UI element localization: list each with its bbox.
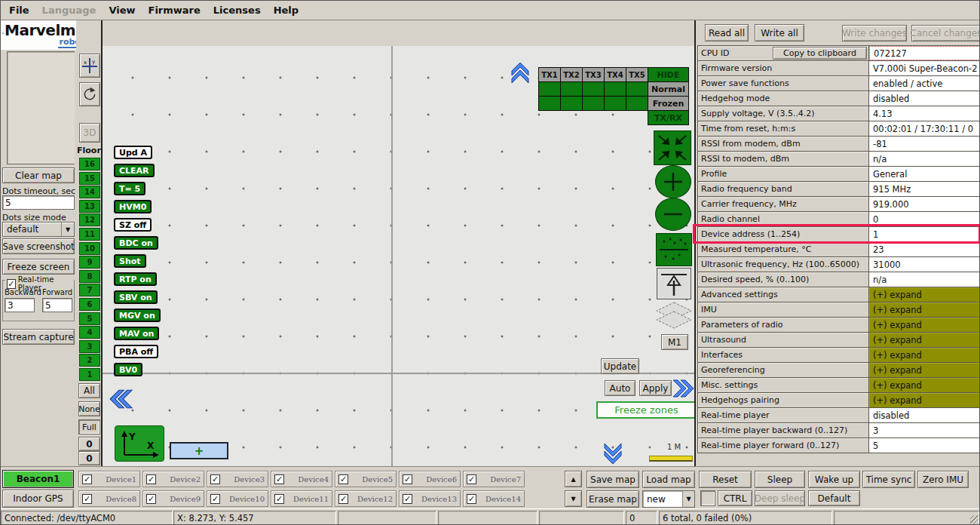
map-mode-button-bdc-on[interactable]: BDC on [114, 236, 158, 250]
device-checkbox-device10[interactable]: ✓ [210, 494, 220, 504]
stream-capture-button[interactable]: Stream capture [2, 329, 75, 345]
save-screenshot-button[interactable]: Save screenshot [2, 238, 75, 254]
param-value[interactable]: disabled [869, 91, 980, 106]
upload-position-button[interactable] [657, 268, 691, 299]
expand-toggle[interactable]: (+) expand [869, 348, 980, 362]
tx-cell-r1-c5[interactable] [626, 81, 648, 97]
tx-cell-r2-c2[interactable] [560, 96, 583, 111]
floor-button-14[interactable]: 14 [79, 186, 100, 198]
tx-cell-r1-c4[interactable] [604, 81, 626, 97]
device-cell-device8[interactable]: ✓Device8 [78, 490, 140, 507]
device-checkbox-device6[interactable]: ✓ [403, 474, 412, 484]
backward-input[interactable]: 3 [5, 298, 35, 312]
menu-item-firmware[interactable]: Firmware [147, 3, 202, 17]
floor-button-13[interactable]: 13 [79, 200, 100, 213]
erase-map-button[interactable]: Erase map [586, 490, 639, 508]
tx-header-tx2[interactable]: TX2 [560, 67, 583, 82]
device-cell-device1[interactable]: ✓Device1 [78, 471, 140, 487]
device-checkbox-device11[interactable]: ✓ [274, 494, 284, 504]
floors-all-button[interactable]: All [78, 383, 100, 398]
param-value[interactable]: General [869, 167, 980, 181]
tx-header-tx4[interactable]: TX4 [604, 67, 626, 82]
tx-header-tx3[interactable]: TX3 [582, 67, 605, 82]
tx-header-tx1[interactable]: TX1 [538, 67, 561, 82]
dots-display-button[interactable] [656, 233, 692, 266]
tx-txrx-button[interactable]: TX/RX [648, 110, 689, 125]
param-value-cpu-id[interactable]: 072127 [869, 46, 980, 60]
expand-toggle[interactable]: (+) expand [869, 333, 980, 347]
map-mode-button-mav-on[interactable]: MAV on [114, 327, 159, 340]
device-checkbox-device7[interactable]: ✓ [467, 474, 476, 484]
map-mode-button-bv0[interactable]: BV0 [114, 363, 142, 376]
tx-header-tx5[interactable]: TX5 [626, 67, 648, 82]
device-cell-device14[interactable]: ✓Device14 [463, 490, 525, 507]
expand-toggle[interactable]: (+) expand [869, 318, 980, 332]
floors-zero-button-2[interactable]: 0 [78, 451, 100, 465]
floors-zero-button-1[interactable]: 0 [78, 437, 100, 451]
expand-toggle[interactable]: (+) expand [869, 393, 980, 407]
param-value[interactable]: enabled / active [869, 76, 980, 91]
update-button[interactable]: Update [601, 358, 639, 374]
layers-button[interactable] [655, 301, 693, 334]
floors-none-button[interactable]: None [78, 401, 100, 416]
map-mode-button-rtp-on[interactable]: RTP on [114, 272, 157, 286]
forward-input[interactable]: 5 [42, 298, 72, 312]
floor-button-5[interactable]: 5 [79, 312, 100, 325]
realtime-player-checkbox[interactable]: ✓ [7, 279, 16, 289]
ctrl-button[interactable]: CTRL [718, 490, 752, 506]
wake-up-button[interactable]: Wake up [808, 471, 860, 488]
tx-cell-r1-c1[interactable] [538, 81, 561, 97]
scroll-devices-up-button[interactable]: ▲ [565, 471, 582, 487]
dots-timeout-input[interactable]: 5 [2, 195, 75, 210]
tx-cell-r2-c5[interactable] [626, 96, 648, 111]
floor-button-15[interactable]: 15 [79, 172, 100, 185]
add-submap-button[interactable]: + [170, 442, 228, 459]
param-value[interactable]: 31000 [869, 257, 980, 272]
zoom-in-button[interactable] [655, 165, 691, 198]
param-value[interactable]: n/a [869, 272, 980, 287]
floor-button-6[interactable]: 6 [79, 298, 100, 311]
menu-item-file[interactable]: File [8, 3, 31, 17]
param-value[interactable]: n/a [869, 152, 980, 166]
tx-cell-r2-c4[interactable] [604, 96, 626, 111]
zoom-out-button[interactable] [655, 198, 691, 231]
dots-size-select[interactable]: default ▼ [2, 222, 75, 237]
device-checkbox-device4[interactable]: ✓ [274, 474, 284, 484]
device-checkbox-device9[interactable]: ✓ [146, 494, 156, 504]
map-mode-button-sz-off[interactable]: SZ off [114, 218, 152, 232]
device-cell-device4[interactable]: ✓Device4 [271, 471, 332, 487]
map-mode-button-pba-off[interactable]: PBA off [114, 345, 158, 358]
device-cell-device2[interactable]: ✓Device2 [142, 471, 204, 487]
map-mode-button-shot[interactable]: Shot [114, 254, 146, 268]
floor-button-3[interactable]: 3 [79, 340, 100, 353]
freeze-screen-button[interactable]: Freeze screen [2, 259, 75, 275]
device-cell-device9[interactable]: ✓Device9 [142, 490, 204, 507]
device-cell-device7[interactable]: ✓Device7 [463, 471, 525, 487]
device-cell-device6[interactable]: ✓Device6 [399, 471, 461, 487]
device-checkbox-device2[interactable]: ✓ [146, 474, 156, 484]
param-value[interactable]: disabled [869, 408, 980, 422]
floors-full-button[interactable]: Full [78, 419, 100, 434]
reset-button[interactable]: Reset [699, 471, 752, 488]
freeze-zones-button[interactable]: Freeze zones [596, 401, 697, 419]
write-all-button[interactable]: Write all [755, 24, 804, 41]
fit-to-screen-button[interactable] [654, 130, 691, 165]
floor-button-2[interactable]: 2 [79, 354, 100, 367]
expand-toggle[interactable]: (+) expand [869, 378, 980, 392]
device-checkbox-device8[interactable]: ✓ [82, 494, 92, 504]
auto-button[interactable]: Auto [605, 380, 635, 396]
tx-normal-button[interactable]: Normal [648, 81, 689, 97]
tx-frozen-button[interactable]: Frozen [648, 96, 689, 111]
device-checkbox-device1[interactable]: ✓ [82, 474, 92, 484]
expand-toggle[interactable]: (+) expand [869, 363, 980, 377]
rotate-view-button[interactable] [79, 82, 100, 106]
expand-toggle[interactable]: (+) expand [869, 302, 980, 317]
pan-down-icon[interactable] [600, 443, 626, 465]
time-sync-button[interactable]: Time sync [862, 471, 915, 488]
tx-cell-r1-c3[interactable] [582, 81, 605, 97]
param-value[interactable]: 3 [869, 423, 980, 438]
map-mode-button-t-5[interactable]: T= 5 [114, 182, 145, 195]
device-cell-device3[interactable]: ✓Device3 [207, 471, 268, 487]
tx-cell-r2-c3[interactable] [582, 96, 605, 111]
tx-hide-button[interactable]: HIDE [648, 67, 689, 82]
